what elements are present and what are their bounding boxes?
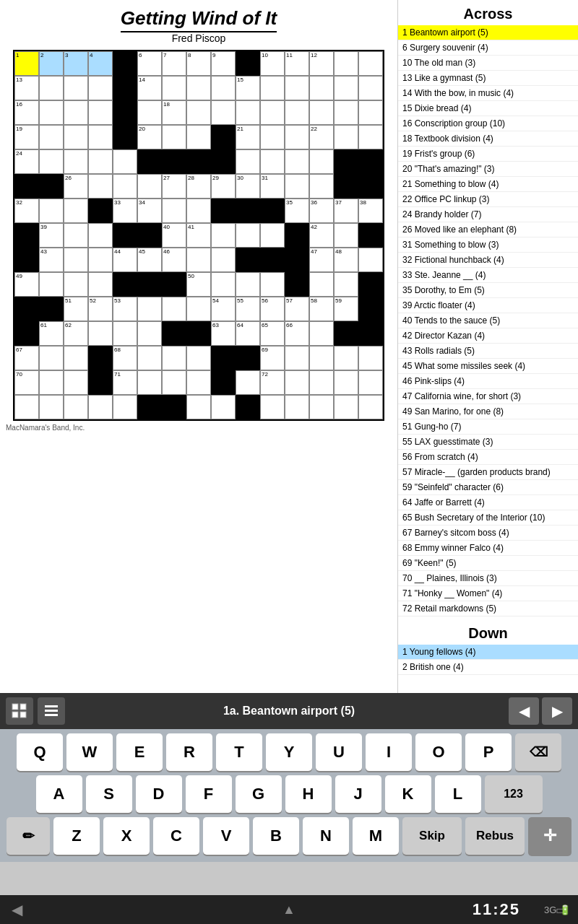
- key-123[interactable]: 123: [485, 775, 543, 813]
- cell-2-7[interactable]: [186, 100, 211, 125]
- across-clue-49[interactable]: 49 San Marino, for one (8): [398, 404, 578, 419]
- cell-12-1[interactable]: [39, 346, 64, 370]
- across-clue-72[interactable]: 72 Retail markdowns (5): [398, 601, 578, 616]
- cell-14-14[interactable]: [358, 395, 383, 419]
- cell-8-5[interactable]: 45: [137, 248, 162, 272]
- cell-0-13[interactable]: [334, 51, 358, 76]
- key-V[interactable]: V: [203, 817, 249, 855]
- cell-9-6[interactable]: [162, 272, 186, 297]
- cell-7-3[interactable]: [88, 223, 113, 248]
- cell-2-14[interactable]: [358, 100, 383, 125]
- cell-0-7[interactable]: 8: [186, 51, 211, 76]
- cell-3-10[interactable]: [260, 125, 285, 149]
- cell-4-2[interactable]: [64, 149, 88, 174]
- key-L[interactable]: L: [435, 775, 481, 813]
- cell-7-0[interactable]: [14, 223, 39, 248]
- grid-icon-btn[interactable]: [6, 697, 33, 725]
- cell-13-2[interactable]: [64, 370, 88, 395]
- cell-5-9[interactable]: 30: [236, 174, 260, 199]
- cell-2-12[interactable]: [309, 100, 334, 125]
- cell-6-14[interactable]: 38: [358, 199, 383, 223]
- next-clue-button[interactable]: ▶: [542, 697, 572, 725]
- key-G[interactable]: G: [236, 775, 282, 813]
- cell-8-7[interactable]: [186, 248, 211, 272]
- cell-11-13[interactable]: [334, 321, 358, 346]
- key-U[interactable]: U: [316, 733, 362, 771]
- cell-12-13[interactable]: [334, 346, 358, 370]
- cell-4-9[interactable]: [236, 149, 260, 174]
- across-clue-32[interactable]: 32 Fictional hunchback (4): [398, 253, 578, 268]
- cell-1-1[interactable]: [39, 76, 64, 100]
- cell-0-3[interactable]: 4: [88, 51, 113, 76]
- cell-7-6[interactable]: 40: [162, 223, 186, 248]
- cell-5-7[interactable]: 28: [186, 174, 211, 199]
- across-clue-51[interactable]: 51 Gung-ho (7): [398, 419, 578, 435]
- pencil-button[interactable]: ✏: [7, 817, 50, 855]
- cell-10-2[interactable]: 51: [64, 297, 88, 321]
- cell-1-7[interactable]: [186, 76, 211, 100]
- cell-8-10[interactable]: [260, 248, 285, 272]
- cell-11-14[interactable]: [358, 321, 383, 346]
- cell-10-13[interactable]: 59: [334, 297, 358, 321]
- cell-13-5[interactable]: [137, 370, 162, 395]
- cell-6-2[interactable]: [64, 199, 88, 223]
- cell-12-10[interactable]: 69: [260, 346, 285, 370]
- cell-6-0[interactable]: 32: [14, 199, 39, 223]
- cell-5-2[interactable]: 26: [64, 174, 88, 199]
- across-clue-31[interactable]: 31 Something to blow (3): [398, 237, 578, 253]
- cell-3-5[interactable]: 20: [137, 125, 162, 149]
- home-button[interactable]: ▲: [282, 902, 296, 918]
- cell-8-2[interactable]: [64, 248, 88, 272]
- across-clue-46[interactable]: 46 Pink-slips (4): [398, 374, 578, 389]
- cell-3-3[interactable]: [88, 125, 113, 149]
- clues-panel[interactable]: Across 1 Beantown airport (5)6 Surgery s…: [397, 0, 578, 693]
- cell-5-3[interactable]: [88, 174, 113, 199]
- cell-8-9[interactable]: [236, 248, 260, 272]
- cell-2-2[interactable]: [64, 100, 88, 125]
- across-clue-16[interactable]: 16 Conscription group (10): [398, 116, 578, 131]
- cell-13-11[interactable]: [285, 370, 309, 395]
- cell-4-12[interactable]: [309, 149, 334, 174]
- cell-6-8[interactable]: [211, 199, 236, 223]
- across-clue-33[interactable]: 33 Ste. Jeanne __ (4): [398, 268, 578, 283]
- cell-10-12[interactable]: 58: [309, 297, 334, 321]
- key-X[interactable]: X: [103, 817, 150, 855]
- cell-11-11[interactable]: 66: [285, 321, 309, 346]
- backspace-button[interactable]: ⌫: [515, 733, 561, 771]
- cell-0-6[interactable]: 7: [162, 51, 186, 76]
- cell-2-0[interactable]: 16: [14, 100, 39, 125]
- cell-10-1[interactable]: [39, 297, 64, 321]
- across-clue-26[interactable]: 26 Moved like an elephant (8): [398, 222, 578, 237]
- cell-1-14[interactable]: [358, 76, 383, 100]
- cell-13-0[interactable]: 70: [14, 370, 39, 395]
- cell-12-5[interactable]: [137, 346, 162, 370]
- rebus-button[interactable]: Rebus: [465, 817, 525, 855]
- cell-10-6[interactable]: [162, 297, 186, 321]
- key-F[interactable]: F: [186, 775, 232, 813]
- cell-11-5[interactable]: [137, 321, 162, 346]
- cell-4-10[interactable]: [260, 149, 285, 174]
- cell-12-8[interactable]: [211, 346, 236, 370]
- cell-8-3[interactable]: [88, 248, 113, 272]
- across-clue-70[interactable]: 70 __ Plaines, Illinois (3): [398, 571, 578, 586]
- cell-10-5[interactable]: [137, 297, 162, 321]
- cell-11-10[interactable]: 65: [260, 321, 285, 346]
- cell-6-13[interactable]: 37: [334, 199, 358, 223]
- cell-14-12[interactable]: [309, 395, 334, 419]
- cell-9-3[interactable]: [88, 272, 113, 297]
- cell-4-8[interactable]: [211, 149, 236, 174]
- cell-6-12[interactable]: 36: [309, 199, 334, 223]
- cell-4-13[interactable]: [334, 149, 358, 174]
- cell-4-7[interactable]: [186, 149, 211, 174]
- across-clue-68[interactable]: 68 Emmy winner Falco (4): [398, 541, 578, 556]
- cell-8-13[interactable]: 48: [334, 248, 358, 272]
- cell-2-4[interactable]: [113, 100, 137, 125]
- cell-5-14[interactable]: [358, 174, 383, 199]
- cell-5-11[interactable]: [285, 174, 309, 199]
- cell-11-8[interactable]: 63: [211, 321, 236, 346]
- cell-3-6[interactable]: [162, 125, 186, 149]
- cell-12-3[interactable]: [88, 346, 113, 370]
- cell-13-8[interactable]: [211, 370, 236, 395]
- cell-11-1[interactable]: 61: [39, 321, 64, 346]
- cell-12-14[interactable]: [358, 346, 383, 370]
